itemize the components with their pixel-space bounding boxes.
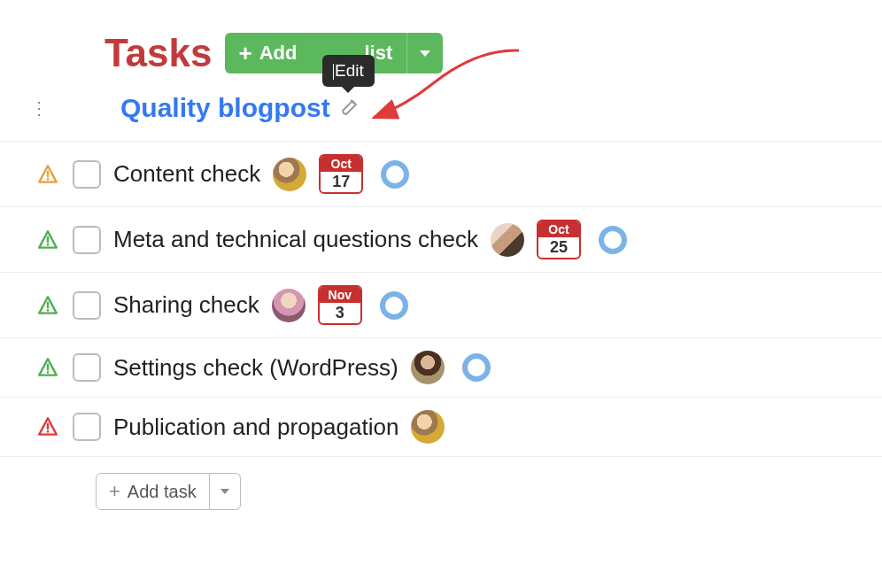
- task-title[interactable]: Meta and technical questions check: [113, 226, 478, 253]
- svg-point-3: [47, 244, 50, 246]
- status-circle[interactable]: [462, 353, 491, 382]
- add-task-button[interactable]: + Add task: [96, 473, 210, 510]
- due-date-chip[interactable]: Oct 25: [537, 220, 581, 259]
- priority-icon[interactable]: [35, 415, 60, 438]
- task-title[interactable]: Publication and propagation: [113, 414, 398, 441]
- drag-handle-icon[interactable]: ⋮: [30, 97, 48, 119]
- assignee-avatar[interactable]: [272, 289, 306, 322]
- chevron-down-icon: [420, 50, 430, 57]
- chevron-down-icon: [220, 489, 229, 494]
- date-month: Nov: [320, 287, 360, 303]
- task-checkbox[interactable]: [73, 413, 101, 441]
- date-day: 25: [550, 237, 568, 258]
- plus-icon: +: [109, 480, 120, 503]
- task-row: Sharing check Nov 3: [0, 273, 882, 338]
- date-day: 17: [332, 172, 350, 192]
- svg-point-7: [47, 371, 50, 374]
- assignee-avatar[interactable]: [411, 410, 445, 444]
- task-checkbox[interactable]: [73, 160, 101, 189]
- list-title[interactable]: Quality blogpost: [120, 93, 330, 123]
- priority-icon[interactable]: [35, 163, 60, 186]
- status-circle[interactable]: [380, 291, 408, 320]
- due-date-chip[interactable]: Nov 3: [318, 285, 362, 325]
- due-date-chip[interactable]: Oct 17: [319, 154, 363, 194]
- status-circle[interactable]: [599, 226, 627, 254]
- assignee-avatar[interactable]: [273, 158, 306, 191]
- status-circle[interactable]: [381, 160, 409, 189]
- task-row: Content check Oct 17: [0, 142, 882, 207]
- add-list-prefix: Add: [259, 42, 298, 65]
- date-day: 3: [336, 303, 344, 323]
- add-task-button-group: + Add task: [96, 473, 241, 510]
- assignee-avatar[interactable]: [411, 351, 445, 384]
- date-month: Oct: [321, 156, 361, 172]
- task-title[interactable]: Sharing check: [113, 291, 259, 319]
- add-list-button[interactable]: + Add list: [225, 33, 407, 74]
- task-title[interactable]: Settings check (WordPress): [113, 354, 398, 382]
- task-row: Settings check (WordPress): [0, 338, 882, 398]
- task-row: Publication and propagation: [0, 398, 882, 457]
- assignee-avatar[interactable]: [491, 223, 524, 257]
- task-title[interactable]: Content check: [113, 160, 260, 188]
- task-checkbox[interactable]: [73, 353, 101, 382]
- edit-tooltip: Edit: [322, 55, 375, 87]
- pencil-icon[interactable]: [339, 96, 360, 120]
- add-list-dropdown[interactable]: [406, 33, 443, 74]
- page-title: Tasks: [104, 31, 213, 75]
- priority-icon[interactable]: [35, 356, 60, 379]
- task-checkbox[interactable]: [73, 291, 101, 320]
- svg-point-9: [47, 430, 50, 433]
- priority-icon[interactable]: [35, 294, 60, 317]
- svg-point-1: [47, 178, 50, 181]
- priority-icon[interactable]: [35, 228, 60, 251]
- task-checkbox[interactable]: [73, 226, 101, 254]
- plus-icon: +: [239, 42, 252, 65]
- svg-point-5: [47, 309, 50, 312]
- task-row: Meta and technical questions check Oct 2…: [0, 207, 882, 273]
- date-month: Oct: [538, 221, 579, 237]
- add-task-dropdown[interactable]: [210, 473, 241, 510]
- add-task-label: Add task: [128, 482, 197, 502]
